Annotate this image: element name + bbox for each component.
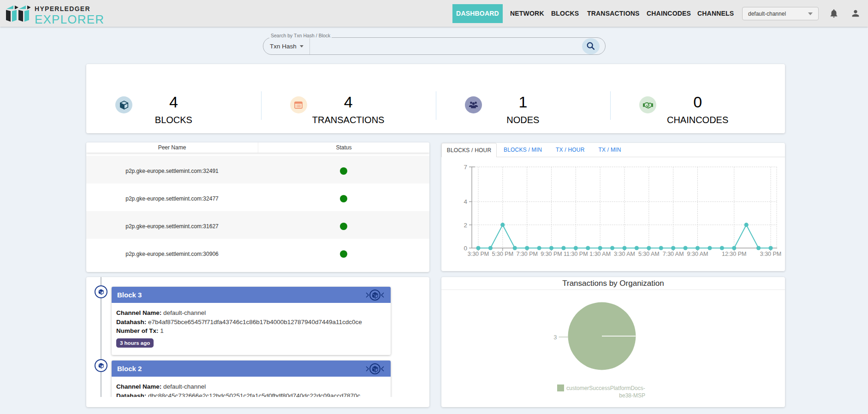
stats-panel: 4 BLOCKS 4 TRANSACTIONS	[86, 64, 785, 133]
stat-nodes: 1 NODES	[436, 64, 611, 133]
user-account-icon[interactable]	[850, 8, 861, 18]
svg-text:5:30 AM: 5:30 AM	[638, 251, 660, 257]
search-button[interactable]	[582, 38, 600, 54]
nav-network[interactable]: NETWORK	[506, 4, 548, 23]
svg-text:3: 3	[553, 334, 557, 341]
block-expand-control[interactable]	[365, 363, 385, 375]
tab-tx-hour[interactable]: TX / HOUR	[549, 143, 591, 157]
search-type-value: Txn Hash	[270, 43, 297, 50]
stat-chaincodes: 0 CHAINCODES	[610, 64, 785, 133]
nav-blocks[interactable]: BLOCKS	[547, 4, 583, 23]
tab-blocks-min[interactable]: BLOCKS / MIN	[497, 143, 549, 157]
block-card[interactable]: Block 3 Channel Name: default-chan	[112, 287, 391, 355]
app-header: HYPERLEDGER EXPLORER DASHBOARD NETWORK B…	[0, 0, 868, 27]
svg-text:0: 0	[464, 245, 467, 252]
stat-transactions-value: 4	[261, 93, 436, 111]
stat-blocks: 4 BLOCKS	[86, 64, 261, 133]
stat-nodes-value: 1	[436, 93, 611, 111]
stat-transactions-label: TRANSACTIONS	[261, 115, 436, 125]
chevron-down-icon	[300, 45, 303, 47]
pie-panel-title: Transactions by Organization	[441, 277, 785, 290]
stat-chaincodes-value: 0	[610, 93, 785, 111]
block-datahash-row: Datahash: dbc88c45c732666e2c12bdc50251c2…	[116, 391, 386, 397]
stat-blocks-value: 4	[86, 93, 261, 111]
status-up-dot	[340, 223, 347, 230]
block-time-badge: 3 hours ago	[116, 338, 154, 348]
block-title: Block 2	[117, 365, 142, 373]
svg-text:3:30 AM: 3:30 AM	[614, 251, 635, 257]
svg-text:7:30 PM: 7:30 PM	[516, 251, 538, 257]
svg-text:4: 4	[464, 198, 467, 205]
peers-table-header: Peer Name Status	[86, 142, 429, 153]
nav-channels[interactable]: CHANNELS	[693, 4, 738, 23]
svg-text:9:30 AM: 9:30 AM	[687, 251, 708, 257]
blocks-timeline-scroll[interactable]: Block 3 Channel Name: default-chan	[86, 277, 429, 397]
search-type-select[interactable]: Txn Hash	[263, 43, 303, 50]
block-card[interactable]: Block 2 Channel Name: default-chan	[112, 361, 391, 397]
metrics-chart-panel: BLOCKS / HOUR BLOCKS / MIN TX / HOUR TX …	[441, 143, 785, 271]
block-timeline-marker	[95, 285, 107, 298]
block-datahash-row: Datahash: e7b4af875bce65457f71dfa43746c1…	[116, 318, 386, 327]
chevron-down-icon	[808, 12, 813, 15]
status-up-dot	[340, 195, 347, 202]
stat-blocks-label: BLOCKS	[86, 115, 261, 125]
table-row[interactable]: p2p.gke-europe.settlemint.com:30906	[86, 239, 429, 266]
block-datahash-value: dbc88c45c732666e2c12bdc50251c2fa1c5d0fbd…	[148, 392, 360, 397]
transactions-by-org-panel: Transactions by Organization 3customerSu…	[441, 277, 785, 407]
table-row[interactable]: p2p.gke-europe.settlemint.com:32477	[86, 183, 429, 211]
block-numtx-value: 1	[160, 327, 164, 334]
peers-table-body: p2p.gke-europe.settlemint.com:32491 p2p.…	[86, 153, 429, 266]
peer-name: p2p.gke-europe.settlemint.com:32477	[86, 193, 258, 202]
stat-nodes-label: NODES	[436, 115, 611, 125]
table-row[interactable]: p2p.gke-europe.settlemint.com:31627	[86, 211, 429, 239]
blocks-per-hour-line-chart: 02473:30 PM5:30 PM7:30 PM9:30 PM11:30 PM…	[441, 157, 785, 271]
search-input[interactable]	[310, 38, 582, 54]
block-timeline-marker	[95, 359, 107, 372]
block-expand-control[interactable]	[365, 289, 385, 301]
peer-status-cell	[258, 164, 429, 176]
cube-icon	[98, 362, 104, 369]
table-row[interactable]: p2p.gke-europe.settlemint.com:32491	[86, 156, 429, 183]
svg-text:1:30 AM: 1:30 AM	[589, 251, 611, 257]
cube-in-circle-icon	[365, 289, 385, 301]
status-up-dot	[340, 250, 347, 258]
chart-tabs: BLOCKS / HOUR BLOCKS / MIN TX / HOUR TX …	[441, 143, 785, 157]
svg-text:7:30 AM: 7:30 AM	[663, 251, 684, 257]
svg-text:7: 7	[464, 164, 467, 171]
stat-transactions: 4 TRANSACTIONS	[261, 64, 436, 133]
svg-text:2: 2	[464, 222, 467, 229]
svg-text:9:30 PM: 9:30 PM	[541, 251, 562, 257]
block-channel-label: Channel Name:	[116, 309, 161, 316]
svg-text:be38-MSP: be38-MSP	[619, 392, 645, 399]
notifications-bell-icon[interactable]	[829, 8, 839, 18]
tab-blocks-hour[interactable]: BLOCKS / HOUR	[441, 143, 497, 157]
nav-chaincodes[interactable]: CHAINCODES	[642, 4, 695, 23]
nav-transactions[interactable]: TRANSACTIONS	[583, 4, 644, 23]
search-bar-label: Search by Txn Hash / Block	[269, 33, 332, 38]
block-datahash-label: Datahash:	[116, 392, 146, 397]
block-channel-label: Channel Name:	[116, 383, 161, 390]
block-channel-row: Channel Name: default-channel	[116, 308, 386, 318]
block-channel-row: Channel Name: default-channel	[116, 382, 386, 391]
channel-select[interactable]: default-channel	[742, 7, 819, 20]
svg-text:12:30 PM: 12:30 PM	[722, 251, 747, 257]
svg-text:customerSuccessPlatformDocs-: customerSuccessPlatformDocs-	[566, 385, 645, 391]
block-title: Block 3	[117, 291, 142, 299]
nav-dashboard[interactable]: DASHBOARD	[452, 4, 503, 23]
peer-status-cell	[258, 191, 429, 204]
block-numtx-label: Number of Tx:	[116, 327, 159, 334]
channel-select-value: default-channel	[748, 11, 786, 17]
block-channel-value: default-channel	[163, 383, 206, 390]
block-card-header: Block 3	[112, 287, 391, 303]
transactions-by-org-pie-chart: 3customerSuccessPlatformDocs-be38-MSP	[441, 290, 785, 407]
search-bar: Search by Txn Hash / Block Txn Hash	[263, 37, 606, 55]
tab-tx-min[interactable]: TX / MIN	[592, 143, 628, 157]
svg-text:5:30 PM: 5:30 PM	[492, 251, 514, 257]
peer-name: p2p.gke-europe.settlemint.com:30906	[86, 248, 258, 257]
search-icon	[586, 41, 596, 51]
peers-col-name: Peer Name	[86, 144, 258, 151]
status-up-dot	[340, 167, 347, 175]
peer-status-cell	[258, 219, 429, 231]
block-channel-value: default-channel	[163, 309, 206, 316]
svg-text:11:30 PM: 11:30 PM	[564, 251, 588, 257]
